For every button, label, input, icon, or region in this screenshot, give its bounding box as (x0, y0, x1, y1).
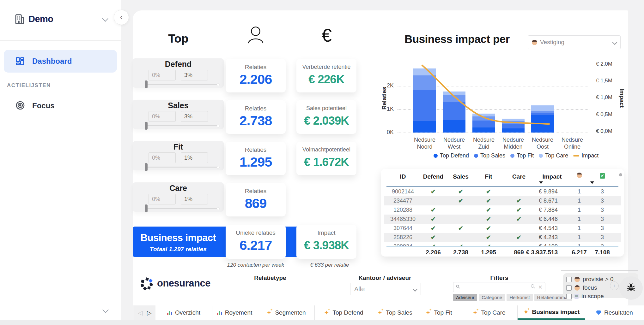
impact-card: Impact € 3.938K (296, 225, 356, 259)
vestiging-dropdown[interactable]: Vestiging (528, 35, 621, 49)
legend-item[interactable]: Top Care (539, 152, 568, 159)
table-row[interactable]: 9002144✔✔✔€ 9.89413 (381, 187, 624, 196)
table-row[interactable]: 120288✔✔✔€ 7.88413 (381, 205, 624, 215)
table-header-id[interactable]: ID (389, 173, 417, 180)
bar-segment[interactable] (531, 115, 554, 133)
sparkles-icon: ✦ (523, 309, 529, 316)
tab-prev-icon[interactable]: ◁ (138, 309, 143, 316)
tab-top-fit[interactable]: ✦Top Fit (417, 305, 460, 320)
kantoor-dropdown[interactable]: Alle (350, 283, 421, 295)
cell-id: 120288 (386, 207, 420, 213)
sidebar-collapse-button[interactable]: ‹ (114, 10, 129, 25)
workspace-chevron-down-icon[interactable] (102, 15, 108, 22)
table-header-person[interactable] (577, 173, 582, 178)
tab-royement[interactable]: Royement (212, 305, 257, 320)
max-percent-input[interactable]: 1% (181, 194, 208, 204)
slider-handle[interactable] (145, 80, 148, 88)
chart-plot-area: 0K1K2KNedsureNoordNedsureWestNedsureZuid… (376, 57, 610, 161)
legend-item[interactable]: Top Sales (474, 152, 505, 159)
chart-legend: Top DefendTop SalesTop FitTop CareImpact (434, 152, 598, 159)
min-percent-input[interactable]: 0% (149, 194, 176, 204)
tab-business-impact[interactable]: ✦Business impact (518, 305, 585, 320)
bar-segment[interactable] (413, 68, 436, 75)
bar-segment[interactable] (413, 75, 436, 90)
bar-segment[interactable] (531, 105, 554, 111)
table-row[interactable]: 258226✔✔✔€ 4.24313 (381, 233, 624, 242)
bar-segment[interactable] (531, 113, 554, 115)
checkbox[interactable] (566, 294, 572, 299)
min-percent-input[interactable]: 0% (149, 111, 176, 122)
bar-segment[interactable] (502, 121, 525, 124)
table-header-impact[interactable]: Impact (538, 173, 566, 180)
bar-segment[interactable] (472, 127, 495, 133)
bar-segment[interactable] (531, 111, 554, 113)
max-percent-input[interactable]: 3% (181, 70, 208, 80)
bar-segment[interactable] (443, 120, 465, 133)
filters-search-input[interactable]: ✕ (453, 282, 545, 292)
tab-segmenten[interactable]: ✦Segmenten (257, 305, 315, 320)
bar-segment[interactable] (472, 114, 495, 116)
filter-tag[interactable]: Herkomst (507, 294, 532, 301)
bar-segment[interactable] (413, 90, 436, 121)
table-header-check[interactable]: ✔ (600, 173, 605, 178)
percent-slider[interactable] (146, 167, 218, 168)
percent-slider[interactable] (146, 84, 218, 85)
bar-segment[interactable] (502, 128, 525, 133)
sidebar-item-dashboard[interactable]: Dashboard (4, 50, 117, 73)
min-percent-input[interactable]: 0% (149, 152, 176, 163)
table-header-defend[interactable]: Defend (419, 173, 447, 180)
max-percent-input[interactable]: 1% (181, 152, 208, 163)
table-scrollbar-thumb[interactable] (619, 173, 622, 176)
checkmark-icon: ✔ (430, 216, 436, 223)
legend-item[interactable]: Impact (573, 152, 598, 159)
checkbox[interactable] (566, 277, 572, 282)
clear-search-icon[interactable]: ✕ (538, 284, 543, 291)
sidebar-bottom-chevron-down-icon[interactable] (102, 307, 109, 313)
legend-item[interactable]: Top Defend (434, 152, 469, 159)
percent-slider[interactable] (146, 208, 218, 209)
max-percent-input[interactable]: 3% (181, 111, 208, 122)
table-row[interactable]: 234477✔✔✔€ 8.67113 (381, 196, 624, 205)
filters-label: Filters (468, 275, 531, 281)
filter-tag[interactable]: Categorie (479, 294, 505, 301)
tab-overzicht[interactable]: Overzicht (155, 305, 212, 320)
table-header-sales[interactable]: Sales (447, 173, 475, 180)
tab-top-sales[interactable]: ✦Top Sales (372, 305, 417, 320)
min-percent-input[interactable]: 0% (149, 70, 176, 80)
cell-check-count: 3 (596, 234, 609, 241)
bar-segment[interactable] (443, 102, 465, 120)
table-row[interactable]: 307644✔✔✔€ 4.54313 (381, 224, 624, 233)
table-row[interactable]: 34485330✔✔✔€ 6.44613 (381, 215, 624, 224)
bar-segment[interactable] (443, 95, 465, 102)
sort-descending-icon[interactable] (590, 181, 594, 184)
bar-segment[interactable] (443, 92, 465, 95)
search-submit-icon[interactable] (531, 284, 536, 290)
sort-descending-icon[interactable] (539, 181, 543, 184)
sidebar-item-focus[interactable]: Focus (4, 96, 117, 115)
bug-report-button[interactable] (619, 276, 643, 300)
bar-segment[interactable] (472, 116, 495, 121)
slider-handle[interactable] (145, 163, 148, 171)
filter-tag[interactable]: Adviseur (453, 294, 477, 301)
percent-slider[interactable] (146, 125, 218, 126)
slider-handle[interactable] (145, 122, 148, 130)
bar-segment[interactable] (472, 121, 495, 127)
checkbox[interactable] (566, 285, 572, 291)
table-row[interactable]: 309924✔✔✔€ 4.19913 (381, 242, 624, 246)
workspace-title[interactable]: Demo (28, 14, 53, 24)
bar-segment[interactable] (502, 124, 525, 128)
tab-resultaten[interactable]: Resultaten (585, 305, 644, 320)
bar-segment[interactable] (413, 121, 436, 133)
per-relatie-note: € 633 per relatie (292, 262, 368, 268)
dashboard-grid-icon (15, 56, 25, 67)
tab-next-icon[interactable]: ▷ (147, 309, 152, 316)
legend-dot-icon (510, 154, 514, 158)
tab-top-care[interactable]: ✦Top Care (460, 305, 518, 320)
slider-handle[interactable] (145, 204, 148, 212)
table-header-fit[interactable]: Fit (474, 173, 503, 180)
bar-segment[interactable] (502, 119, 525, 121)
legend-item[interactable]: Top Fit (510, 152, 534, 159)
card-label: Relaties (226, 105, 286, 112)
tab-top-defend[interactable]: ✦Top Defend (315, 305, 372, 320)
table-header-care[interactable]: Care (505, 173, 533, 180)
